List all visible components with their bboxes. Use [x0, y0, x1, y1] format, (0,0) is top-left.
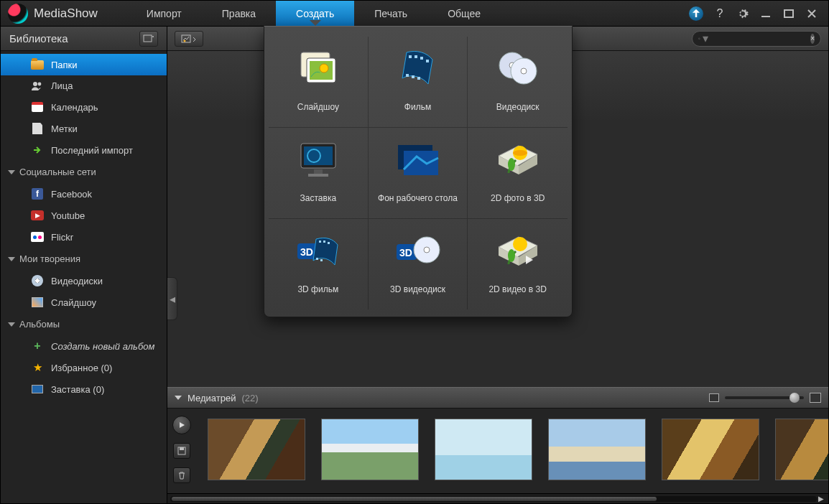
tray-thumb[interactable] — [208, 419, 305, 480]
svg-rect-9 — [180, 447, 184, 450]
scrollbar-track[interactable] — [170, 496, 817, 502]
disc-icon — [31, 275, 44, 286]
media-tray — [167, 409, 828, 493]
sidebar-item-new-album[interactable]: + Создать новый альбом — [1, 335, 167, 357]
tray-thumb[interactable] — [321, 419, 419, 480]
media-tray-header[interactable]: Медиатрей (22) — [167, 387, 828, 409]
plus-icon: + — [31, 340, 44, 352]
tray-controls — [167, 409, 196, 493]
menu-edit[interactable]: Правка — [202, 1, 276, 26]
svg-rect-41 — [316, 258, 318, 260]
upload-icon[interactable] — [689, 6, 703, 21]
sidebar-item-label: Избранное (0) — [51, 363, 112, 373]
sidebar-item-label: Создать новый альбом — [51, 341, 154, 352]
create-3d-videodisc[interactable]: 3D 3D видеодиск — [369, 219, 468, 309]
create-3d-movie[interactable]: 3D 3D фильм — [269, 219, 369, 309]
slider-knob[interactable] — [789, 393, 800, 403]
sidebar-item-label: Заставка (0) — [51, 384, 104, 395]
sidebar-item-last-import[interactable]: Последний импорт — [1, 139, 167, 161]
menu-print[interactable]: Печать — [354, 1, 427, 26]
scrollbar-thumb[interactable] — [172, 497, 657, 501]
sidebar-group-creations[interactable]: Мои творения — [1, 248, 167, 270]
svg-rect-30 — [308, 174, 328, 177]
video-3d-icon — [493, 229, 543, 272]
add-media-button[interactable] — [139, 31, 158, 47]
import-arrow-icon — [31, 144, 44, 156]
view-mode-button[interactable] — [175, 31, 203, 47]
sidebar-group-albums[interactable]: Альбомы — [1, 313, 167, 335]
people-icon — [31, 81, 44, 91]
scroll-right-icon[interactable]: ▶ — [817, 495, 825, 503]
svg-point-7 — [698, 37, 700, 39]
youtube-icon: ▶ — [31, 210, 44, 221]
create-2d-video-3d[interactable]: 2D видео в 3D — [468, 219, 568, 309]
svg-point-4 — [38, 82, 42, 85]
search-field[interactable] — [711, 34, 810, 43]
star-icon: ★ — [31, 362, 44, 373]
sidebar-collapse-handle[interactable]: ◂ — [167, 277, 177, 320]
slideshow-icon — [293, 47, 343, 90]
minimize-icon[interactable] — [759, 7, 772, 20]
svg-rect-20 — [412, 75, 414, 78]
create-item-label: 3D видеодиск — [390, 279, 445, 299]
play-button[interactable] — [172, 416, 191, 434]
sidebar-item-label: Последний импорт — [51, 145, 133, 156]
tray-thumb[interactable] — [435, 419, 532, 480]
svg-rect-42 — [320, 259, 323, 261]
app-window: MediaShow Импорт Правка Создать Печать О… — [0, 0, 829, 504]
sidebar-item-videodiscs[interactable]: Видеодиски — [1, 270, 167, 291]
sidebar-item-label: Слайдшоу — [51, 297, 96, 308]
search-input[interactable]: ▾ × — [692, 31, 821, 47]
settings-gear-icon[interactable] — [736, 7, 749, 20]
help-icon[interactable]: ? — [713, 7, 726, 20]
sidebar-item-label: Flickr — [51, 232, 73, 243]
sidebar-group-social[interactable]: Социальные сети — [1, 161, 167, 183]
delete-button[interactable] — [173, 467, 190, 483]
sidebar-item-flickr[interactable]: Flickr — [1, 226, 167, 248]
create-movie[interactable]: Фильм — [369, 37, 468, 128]
thumb-small-icon[interactable] — [709, 393, 719, 402]
sidebar-item-label: Youtube — [51, 210, 85, 221]
create-item-label: Слайдшоу — [297, 97, 339, 117]
tray-scrollbar[interactable]: ▶ — [167, 493, 828, 503]
sidebar-item-faces[interactable]: Лица — [1, 75, 167, 96]
flickr-icon — [31, 231, 44, 243]
thumb-large-icon[interactable] — [810, 393, 821, 403]
create-screensaver[interactable]: Заставка — [269, 128, 369, 219]
svg-point-47 — [513, 237, 527, 251]
svg-rect-39 — [323, 241, 325, 243]
clear-search-icon[interactable]: × — [810, 34, 815, 44]
sidebar-item-calendar[interactable]: Календарь — [1, 96, 167, 118]
sidebar-item-youtube[interactable]: ▶ Youtube — [1, 205, 167, 226]
svg-point-46 — [424, 247, 430, 253]
tray-thumb[interactable] — [662, 419, 759, 480]
sidebar-item-screensaver[interactable]: Заставка (0) — [1, 378, 167, 400]
svg-rect-2 — [144, 35, 152, 42]
menu-import[interactable]: Импорт — [126, 1, 202, 26]
create-wallpaper[interactable]: Фон рабочего стола — [369, 128, 468, 219]
sidebar-title: Библиотека — [9, 32, 68, 45]
create-item-label: 3D фильм — [297, 279, 338, 299]
sidebar-item-slideshows[interactable]: Слайдшоу — [1, 291, 167, 313]
maximize-icon[interactable] — [782, 7, 795, 20]
sidebar-item-tags[interactable]: Метки — [1, 118, 167, 139]
sidebar-group-label: Мои творения — [19, 253, 80, 264]
search-icon — [698, 34, 700, 43]
sidebar-list: Папки Лица Календарь Метки Последний имп… — [1, 51, 167, 400]
save-button[interactable] — [173, 443, 190, 459]
monitor-icon — [31, 383, 44, 395]
create-videodisc[interactable]: Видеодиск — [468, 37, 568, 128]
tray-thumb[interactable] — [775, 419, 828, 480]
tray-thumb[interactable] — [548, 419, 646, 480]
chevron-down-icon — [8, 170, 15, 174]
sidebar-item-favorites[interactable]: ★ Избранное (0) — [1, 357, 167, 378]
menu-create[interactable]: Создать — [276, 1, 354, 26]
menu-share[interactable]: Общее — [427, 1, 501, 26]
svg-rect-19 — [406, 74, 409, 77]
sidebar-item-facebook[interactable]: f Facebook — [1, 183, 167, 205]
create-slideshow[interactable]: Слайдшоу — [269, 37, 369, 128]
sidebar-item-folders[interactable]: Папки — [1, 54, 167, 75]
close-icon[interactable] — [805, 7, 818, 20]
create-2d-photo-3d[interactable]: 2D фото в 3D — [468, 128, 568, 219]
thumb-size-slider[interactable] — [725, 396, 804, 399]
